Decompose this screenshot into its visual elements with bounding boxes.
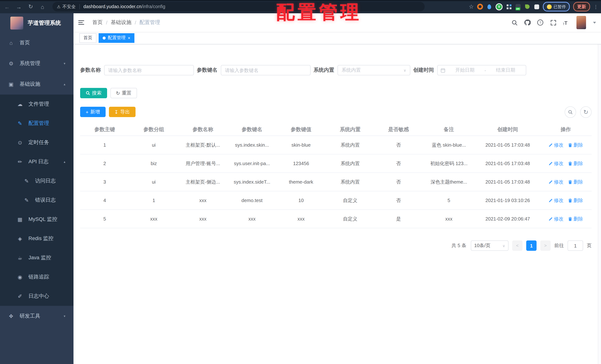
search-icon[interactable] — [510, 19, 519, 27]
delete-link[interactable]: 删除 — [568, 215, 583, 222]
search-button[interactable]: 搜索 — [80, 88, 107, 98]
app-logo-image — [10, 16, 23, 29]
cell-type: 自定义 — [326, 210, 375, 228]
reset-button[interactable]: ↻ 重置 — [110, 88, 137, 98]
close-icon[interactable]: × — [128, 36, 130, 40]
ext-grid-icon[interactable] — [506, 4, 512, 10]
sidebar-item-dev-tools[interactable]: ✥ 研发工具 ▾ — [0, 306, 73, 326]
ext-on-icon[interactable]: on — [515, 4, 521, 10]
system-builtin-select[interactable]: 系统内置 ∨ — [338, 65, 410, 75]
cell-group: xxx — [129, 210, 178, 228]
log-center-icon: ✐ — [17, 293, 23, 299]
cell-sensitive: 否 — [375, 136, 422, 154]
scrollbar[interactable] — [598, 13, 601, 364]
chevron-icon: ▾ — [64, 314, 65, 318]
tab-home[interactable]: 首页 × — [80, 33, 96, 43]
breadcrumb-home[interactable]: 首页 — [92, 19, 103, 26]
delete-link[interactable]: 删除 — [568, 142, 583, 148]
delete-link[interactable]: 删除 — [568, 197, 583, 204]
sidebar-item-mysql[interactable]: ▦ MySQL 监控 — [0, 210, 73, 229]
select-caret-icon: ∨ — [502, 243, 505, 248]
export-button[interactable]: ↧ 导出 — [109, 107, 135, 117]
delete-link[interactable]: 删除 — [568, 179, 583, 185]
cell-value: xxx — [277, 210, 326, 228]
redis-icon: ◈ — [17, 236, 23, 242]
sidebar-item-file[interactable]: ☁ 文件管理 — [0, 95, 73, 114]
active-tab-dot — [103, 36, 106, 39]
current-page-button[interactable]: 1 — [526, 241, 537, 251]
user-avatar[interactable] — [576, 16, 586, 29]
sidebar-item-java[interactable]: ☕ Java 监控 — [0, 248, 73, 267]
sidebar-item-infra[interactable]: ▣ 基础设施 ▴ — [0, 74, 73, 95]
browser-menu-icon[interactable]: ⋮ — [593, 4, 598, 10]
bookmark-star-icon[interactable]: ☆ — [469, 3, 474, 10]
page-size-select[interactable]: 10条/页 ∨ — [471, 241, 509, 251]
error-log-icon: ✎ — [23, 197, 30, 203]
ext-orange-icon[interactable] — [477, 4, 483, 10]
ext-pin-icon[interactable] — [486, 4, 492, 10]
help-icon[interactable]: ? — [536, 19, 544, 27]
hamburger-icon[interactable] — [78, 19, 86, 27]
paused-pill[interactable]: 已暂停 — [543, 2, 570, 11]
plus-icon: + — [86, 110, 89, 114]
ext-leaf-icon[interactable] — [524, 4, 530, 10]
cell-value: skin-blue — [277, 136, 326, 154]
prev-page-button[interactable]: < — [512, 241, 522, 251]
edit-link[interactable]: 修改 — [548, 160, 563, 167]
address-bar[interactable]: ⚠ 不安全 dashboard.yudao.iocoder.cn/infra/c… — [52, 2, 425, 11]
edit-link[interactable]: 修改 — [548, 179, 563, 185]
delete-link[interactable]: 删除 — [568, 160, 583, 167]
param-name-input[interactable] — [104, 65, 194, 75]
emoji-face-icon — [547, 4, 552, 9]
extensions-puzzle-icon[interactable] — [534, 4, 540, 10]
param-key-input[interactable] — [221, 65, 311, 75]
clock-icon: ⊙ — [17, 140, 23, 145]
edit-link[interactable]: 修改 — [548, 215, 563, 222]
cell-key: sys.user.init-pa... — [228, 154, 277, 173]
infra-icon: ▣ — [8, 81, 14, 87]
column-header: 参数分组 — [129, 124, 178, 136]
sidebar-item-home[interactable]: ⌂ 首页 — [0, 32, 73, 53]
column-header: 操作 — [540, 124, 591, 136]
add-button[interactable]: + 新增 — [80, 107, 105, 117]
sidebar-item-log-center[interactable]: ✐ 日志中心 — [0, 287, 73, 306]
create-time-range-picker[interactable]: 开始日期 - 结束日期 — [437, 65, 526, 75]
edit-link[interactable]: 修改 — [548, 197, 563, 204]
browser-reload-icon[interactable]: ↻ — [26, 2, 35, 11]
trash-icon — [568, 161, 572, 166]
sidebar-item-system[interactable]: ⚙ 系统管理 ▾ — [0, 53, 73, 74]
cell-sensitive: 是 — [375, 210, 422, 228]
sidebar-item-config[interactable]: ✎ 配置管理 — [0, 114, 73, 133]
cell-value: 10 — [277, 191, 326, 210]
not-secure-label: 不安全 — [62, 3, 76, 10]
cell-create-time: 2021-01-05 17:03:48 — [475, 173, 540, 191]
update-button[interactable]: 更新 — [573, 2, 590, 11]
cell-create-time: 2021-01-19 03:10:26 — [475, 191, 540, 210]
toggle-search-icon[interactable] — [565, 106, 576, 118]
sidebar-item-error-log[interactable]: ✎ 错误日志 — [0, 191, 73, 210]
ext-green-icon[interactable]: V — [496, 3, 503, 10]
font-size-icon[interactable]: TT — [562, 19, 570, 27]
fullscreen-icon[interactable] — [549, 19, 557, 27]
browser-back-icon[interactable]: ← — [2, 2, 12, 11]
sidebar-item-trace[interactable]: ◉ 链路追踪 — [0, 267, 73, 287]
goto-page-input[interactable] — [568, 241, 583, 251]
github-icon[interactable] — [523, 19, 531, 27]
sidebar-item-redis[interactable]: ◈ Redis 监控 — [0, 229, 73, 248]
refresh-table-icon[interactable]: ↻ — [580, 106, 591, 118]
not-secure-warning-icon: ⚠ — [57, 4, 60, 9]
sidebar-item-access-log[interactable]: ✎ 访问日志 — [0, 171, 73, 191]
edit-link[interactable]: 修改 — [548, 142, 563, 148]
browser-forward-icon[interactable]: → — [14, 2, 24, 11]
tab-config[interactable]: 配置管理 × — [99, 33, 134, 43]
calendar-icon — [441, 68, 445, 72]
next-page-button[interactable]: > — [540, 241, 551, 251]
user-menu-caret-icon[interactable] — [593, 22, 596, 23]
sidebar-item-job[interactable]: ⊙ 定时任务 — [0, 133, 73, 152]
app-logo-row[interactable]: 芋道管理系统 — [0, 13, 73, 32]
sidebar-item-api-log[interactable]: ✏ API 日志 ▴ — [0, 152, 73, 171]
cell-id: 2 — [80, 154, 129, 173]
trash-icon — [568, 180, 572, 184]
browser-home-icon[interactable]: ⌂ — [38, 2, 47, 11]
cell-type: 系统内置 — [326, 136, 375, 154]
